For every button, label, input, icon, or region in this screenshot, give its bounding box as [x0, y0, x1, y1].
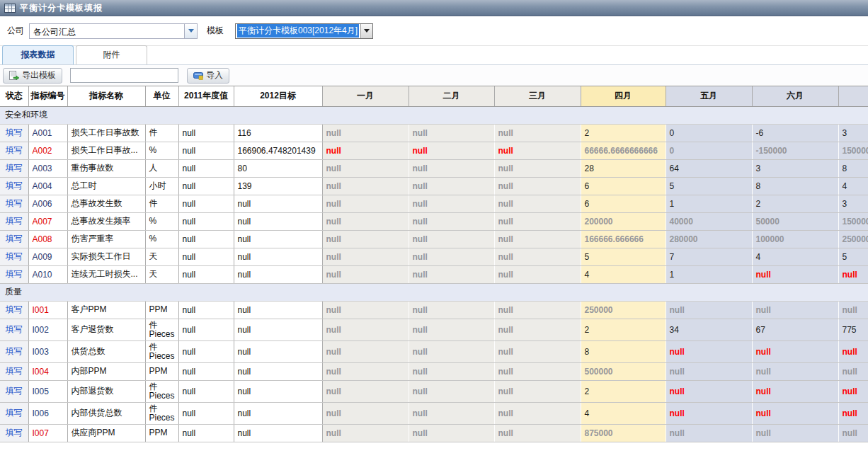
tab-attachments[interactable]: 附件	[76, 45, 147, 64]
month-value-cell: null	[666, 340, 752, 362]
target-2012-cell: null	[234, 230, 322, 248]
month-value-cell: null	[322, 248, 409, 265]
fill-link[interactable]: 填写	[6, 346, 23, 356]
month-value-cell: 280000	[666, 230, 752, 248]
tab-report-data[interactable]: 报表数据	[2, 45, 74, 64]
scorecard-grid: 状态指标编号指标名称单位2011年度值2012目标一月二月三月四月五月六月 安全…	[0, 86, 868, 458]
unit-cell: PPM	[145, 301, 178, 319]
fill-link[interactable]: 填写	[6, 386, 23, 396]
month-value: 34	[670, 325, 679, 335]
value-2011-cell: null	[178, 212, 234, 230]
template-select[interactable]: 平衡计分卡模板003[2012年4月]	[235, 23, 373, 39]
fill-link[interactable]: 填写	[6, 181, 23, 190]
fill-link[interactable]: 填写	[6, 304, 23, 314]
balanced-scorecard-window: 平衡计分卡模板填报 公司 各公司汇总 模板 平衡计分卡模板003[2012年4月…	[0, 0, 868, 458]
month-value: 150000	[843, 217, 868, 227]
month-value-cell: null	[752, 265, 838, 283]
month-value-cell: null	[322, 265, 409, 283]
import-button[interactable]: 导入	[187, 68, 229, 84]
month-value-cell: 50000	[752, 212, 838, 230]
table-row: 填写I003供货总数件 Piecesnullnullnullnullnull8n…	[0, 340, 868, 362]
target-2012-cell: null	[234, 319, 322, 340]
month-value-cell: null	[494, 424, 581, 442]
indicator-name: 内部退货数	[67, 380, 145, 402]
month-value: 150000	[843, 146, 868, 156]
column-header[interactable]: 单位	[145, 86, 178, 106]
month-value: null	[670, 387, 685, 396]
target-2012-cell: null	[234, 424, 322, 442]
column-header[interactable]: 2012目标	[234, 86, 322, 106]
month-value: null	[498, 199, 513, 209]
import-file-input[interactable]	[70, 68, 178, 83]
column-header[interactable]	[838, 86, 868, 106]
month-value-cell: null	[752, 340, 838, 362]
value-2011-cell: null	[178, 340, 234, 362]
month-value: null	[756, 270, 771, 280]
column-header[interactable]: 状态	[0, 86, 28, 106]
month-value: 6	[585, 181, 590, 191]
company-label: 公司	[7, 25, 24, 37]
month-value-cell: null	[409, 402, 494, 424]
month-value-cell: null	[322, 380, 409, 402]
month-value: 64	[670, 164, 679, 173]
fill-link[interactable]: 填写	[6, 145, 23, 155]
month-value-cell: null	[409, 248, 494, 265]
fill-link[interactable]: 填写	[6, 234, 23, 244]
unit-cell: 天	[145, 248, 178, 265]
month-value: 500000	[585, 367, 613, 377]
fill-link[interactable]: 填写	[6, 324, 23, 334]
table-row: 填写I004内部PPMPPMnullnullnullnullnull500000…	[0, 362, 868, 380]
indicator-code-cell: I005	[28, 380, 67, 402]
column-header[interactable]: 指标编号	[28, 86, 67, 106]
month-value: null	[413, 199, 428, 209]
indicator-code-cell: A008	[28, 230, 67, 248]
fill-link[interactable]: 填写	[6, 366, 23, 376]
table-row: 填写I006内部供货总数件 Piecesnullnullnullnullnull…	[0, 402, 868, 424]
indicator-code: I004	[33, 367, 49, 377]
month-value: null	[413, 181, 428, 191]
indicator-code: A002	[33, 146, 52, 156]
column-header[interactable]: 一月	[322, 86, 409, 106]
table-row: 填写A001损失工作日事故数件null116nullnullnull20-63	[0, 124, 868, 142]
month-value-cell: null	[752, 424, 838, 442]
fill-link[interactable]: 填写	[6, 408, 23, 418]
indicator-code-cell: A007	[28, 212, 67, 230]
column-header[interactable]: 2011年度值	[178, 86, 234, 106]
month-value: null	[413, 252, 428, 262]
fill-link[interactable]: 填写	[6, 163, 23, 173]
month-value-cell: null	[752, 380, 838, 402]
month-value: null	[498, 270, 513, 280]
month-value-cell: null	[322, 362, 409, 380]
month-value-cell: null	[322, 212, 409, 230]
fill-link[interactable]: 填写	[6, 127, 23, 137]
indicator-code-cell: A009	[28, 248, 67, 265]
month-value-cell: 2	[581, 124, 666, 142]
month-value-cell: null	[838, 301, 868, 319]
fill-link[interactable]: 填写	[6, 198, 23, 208]
fill-link[interactable]: 填写	[6, 216, 23, 226]
fill-link[interactable]: 填写	[6, 269, 23, 279]
indicator-name: 连续无工时损失...	[67, 265, 145, 283]
month-value: null	[326, 408, 341, 418]
column-header[interactable]: 二月	[409, 86, 494, 106]
month-value: null	[756, 367, 771, 377]
column-header[interactable]: 指标名称	[67, 86, 145, 106]
month-value-cell: null	[409, 195, 494, 212]
month-value: null	[413, 234, 428, 244]
month-value-cell: null	[494, 124, 581, 142]
column-header[interactable]: 四月	[581, 86, 666, 106]
fill-link[interactable]: 填写	[6, 251, 23, 261]
indicator-code-cell: I002	[28, 319, 67, 340]
company-combo[interactable]: 各公司汇总	[29, 23, 198, 39]
column-header[interactable]: 三月	[494, 86, 581, 106]
month-value-cell: 8	[838, 159, 868, 177]
chevron-down-icon[interactable]	[360, 24, 372, 38]
chevron-down-icon[interactable]	[184, 24, 197, 38]
fill-link[interactable]: 填写	[6, 428, 23, 437]
column-header[interactable]: 五月	[666, 86, 752, 106]
month-value: null	[413, 387, 428, 396]
month-value: null	[498, 387, 513, 396]
unit-cell: %	[145, 142, 178, 159]
export-template-button[interactable]: 导出模板	[3, 68, 62, 84]
column-header[interactable]: 六月	[752, 86, 838, 106]
